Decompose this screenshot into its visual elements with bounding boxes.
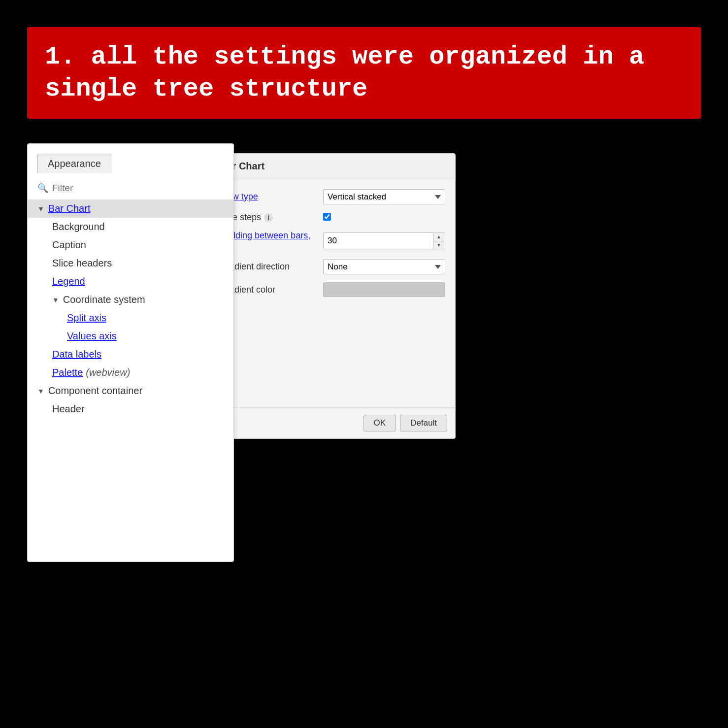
tree-label-coordinate-system: Coordinate system xyxy=(63,294,145,305)
gradient-direction-control: None Top to Bottom Left to Right xyxy=(323,259,445,274)
tree-label-header: Header xyxy=(52,403,85,415)
padding-input[interactable] xyxy=(324,233,433,248)
padding-label: Padding between bars, % xyxy=(220,231,318,251)
setting-row-nice-steps: Nice steps i xyxy=(220,212,445,223)
gradient-color-swatch[interactable] xyxy=(323,282,445,297)
tree-label-caption: Caption xyxy=(52,239,86,251)
setting-row-padding: Padding between bars, % ▲ ▼ xyxy=(220,231,445,251)
tree-label-values-axis[interactable]: Values axis xyxy=(67,331,117,342)
tree-label-component-container: Component container xyxy=(48,385,142,397)
gradient-color-control xyxy=(323,282,445,297)
settings-body: View type Vertical stacked Horizontal st… xyxy=(210,179,455,315)
right-panel-footer: OK Default xyxy=(210,407,455,438)
tree-item-bar-chart[interactable]: ▼ Bar Chart xyxy=(28,199,233,218)
setting-row-gradient-direction: Gradient direction None Top to Bottom Le… xyxy=(220,259,445,274)
tree-item-values-axis[interactable]: Values axis xyxy=(28,327,233,345)
tree-label-legend[interactable]: Legend xyxy=(52,276,85,287)
main-container: Appearance 🔍 ▼ Bar Chart Background Capt… xyxy=(27,143,701,562)
tree-section: ▼ Bar Chart Background Caption Slice hea… xyxy=(28,199,233,418)
nice-steps-control xyxy=(323,213,445,223)
tree-item-header[interactable]: Header xyxy=(28,400,233,418)
tree-item-component-container[interactable]: ▼ Component container xyxy=(28,382,233,400)
collapse-arrow: ▼ xyxy=(37,205,44,213)
search-icon: 🔍 xyxy=(37,183,48,194)
right-panel-title: Bar Chart xyxy=(210,154,455,179)
appearance-tab[interactable]: Appearance xyxy=(37,154,111,173)
tree-item-palette[interactable]: Palette (webview) xyxy=(28,364,233,382)
tree-label-background: Background xyxy=(52,221,105,232)
gradient-color-label: Gradient color xyxy=(220,285,318,295)
banner: 1. All the settings were organized in a … xyxy=(27,27,701,119)
tree-item-slice-headers[interactable]: Slice headers xyxy=(28,254,233,272)
padding-increment-button[interactable]: ▲ xyxy=(433,233,444,241)
tree-label-data-labels[interactable]: Data labels xyxy=(52,349,101,360)
default-button[interactable]: Default xyxy=(400,415,447,431)
tree-item-coordinate-system[interactable]: ▼ Coordinate system xyxy=(28,291,233,309)
banner-text: 1. All the settings were organized in a … xyxy=(45,41,683,105)
padding-number-wrapper: ▲ ▼ xyxy=(323,232,445,249)
gradient-direction-label: Gradient direction xyxy=(220,262,318,272)
gradient-direction-select[interactable]: None Top to Bottom Left to Right xyxy=(323,259,445,274)
palette-webview-label: (webview) xyxy=(86,367,130,378)
tree-item-caption[interactable]: Caption xyxy=(28,236,233,254)
tree-label-palette[interactable]: Palette xyxy=(52,367,83,378)
right-panel: Bar Chart View type Vertical stacked Hor… xyxy=(209,153,456,439)
padding-control: ▲ ▼ xyxy=(323,232,445,249)
tree-item-data-labels[interactable]: Data labels xyxy=(28,345,233,364)
view-type-label: View type xyxy=(220,192,318,202)
tree-item-split-axis[interactable]: Split axis xyxy=(28,309,233,327)
tree-label-split-axis[interactable]: Split axis xyxy=(67,312,106,324)
view-type-select[interactable]: Vertical stacked Horizontal stacked Vert… xyxy=(323,189,445,204)
collapse-arrow-coord: ▼ xyxy=(52,296,59,304)
nice-steps-checkbox[interactable] xyxy=(323,213,331,221)
tree-label-slice-headers: Slice headers xyxy=(52,258,112,269)
padding-spinners: ▲ ▼ xyxy=(433,233,444,249)
tree-item-legend[interactable]: Legend xyxy=(28,272,233,291)
setting-row-gradient-color: Gradient color xyxy=(220,282,445,297)
tree-item-background[interactable]: Background xyxy=(28,218,233,236)
padding-decrement-button[interactable]: ▼ xyxy=(433,241,444,249)
nice-steps-info-icon: i xyxy=(264,213,273,222)
view-type-control: Vertical stacked Horizontal stacked Vert… xyxy=(323,189,445,204)
tree-label-bar-chart[interactable]: Bar Chart xyxy=(48,203,91,214)
ok-button[interactable]: OK xyxy=(364,415,397,431)
left-panel: Appearance 🔍 ▼ Bar Chart Background Capt… xyxy=(27,143,234,562)
filter-input[interactable] xyxy=(52,183,151,194)
setting-row-view-type: View type Vertical stacked Horizontal st… xyxy=(220,189,445,204)
nice-steps-label: Nice steps i xyxy=(220,212,318,223)
collapse-arrow-container: ▼ xyxy=(37,387,44,395)
filter-row: 🔍 xyxy=(28,181,233,199)
